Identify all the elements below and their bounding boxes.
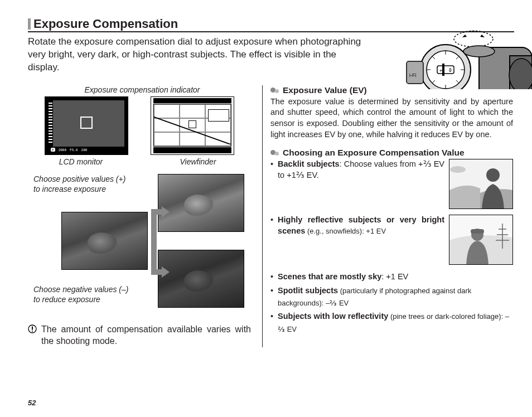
ev-body: The exposure value is determined by sens…: [270, 96, 513, 140]
scenario-lowref: • Subjects with low reflectivity (pine t…: [270, 310, 513, 335]
lcd-monitor-graphic: P 2000 F5.6 200: [45, 96, 128, 155]
svg-point-20: [463, 46, 495, 57]
reflect-text: (e.g., snowfields): +1 EV: [305, 227, 386, 235]
footnote: The amount of compensation available var…: [28, 323, 251, 347]
svg-rect-22: [32, 326, 33, 329]
negative-label: Choose negative values (–) to reduce exp…: [33, 284, 131, 304]
positive-label: Choose positive values (+) to increase e…: [33, 174, 131, 194]
left-column: Exposure compensation indicator P 2000 F…: [28, 85, 262, 347]
ev-title: Exposure Value (EV): [283, 85, 367, 95]
svg-text:+: +: [439, 67, 443, 73]
scenario-sky: • Scenes that are mostly sky: +1 EV: [270, 270, 513, 283]
footnote-text: The amount of compensation available var…: [41, 323, 251, 347]
spotlit-label: Spotlit subjects: [278, 286, 338, 295]
svg-point-26: [486, 168, 500, 182]
sky-label: Scenes that are mostly sky: [278, 272, 381, 281]
svg-point-19: [454, 31, 493, 47]
scenario-backlit: • Backlit subjects: Choose values from +…: [270, 159, 513, 209]
scenario-spotlit: • Spotlit subjects (particularly if phot…: [270, 284, 513, 309]
lcd-iso: 200: [81, 148, 88, 152]
tip-icon: [270, 149, 279, 156]
svg-rect-14: [442, 64, 444, 76]
sky-text: : +1 EV: [381, 272, 408, 281]
svg-point-25: [450, 166, 466, 173]
snowfield-illustration: [449, 215, 513, 265]
sample-image-dark: [158, 250, 244, 308]
svg-point-2: [509, 59, 532, 89]
lowref-label: Subjects with low reflectivity: [278, 312, 388, 321]
tip-icon: [270, 87, 279, 94]
choose-title: Choosing an Exposure Compensation Value: [283, 148, 465, 158]
sample-image-bright: [158, 174, 244, 232]
svg-text:0: 0: [449, 68, 452, 73]
backlit-label: Backlit subjects: [278, 159, 340, 168]
lcd-caption: LCD monitor: [39, 157, 123, 166]
svg-text:i-Fi: i-Fi: [409, 72, 417, 78]
right-column: Exposure Value (EV) The exposure value i…: [262, 85, 513, 347]
vf-caption: Viewfinder: [156, 157, 240, 166]
backlit-illustration: [449, 159, 513, 209]
scenario-reflective: • Highly reflective subjects or very bri…: [270, 215, 513, 265]
lcd-shutter: 2000: [59, 148, 66, 152]
camera-illustration: + 0 i-Fi: [390, 28, 532, 89]
indicator-label: Exposure compensation indicator: [33, 85, 251, 94]
intro-text: Rotate the exposure compensation dial to…: [28, 36, 362, 74]
lcd-mode: P: [51, 148, 55, 152]
sample-image-normal: [61, 212, 148, 270]
page-number: 52: [28, 399, 36, 407]
choose-header: Choosing an Exposure Compensation Value: [270, 148, 513, 158]
branching-arrow: [151, 201, 170, 283]
svg-point-23: [32, 331, 33, 332]
lcd-aperture: F5.6: [70, 148, 78, 152]
viewfinder-graphic: [151, 96, 234, 155]
svg-rect-29: [471, 229, 484, 234]
caution-icon: [28, 323, 37, 347]
